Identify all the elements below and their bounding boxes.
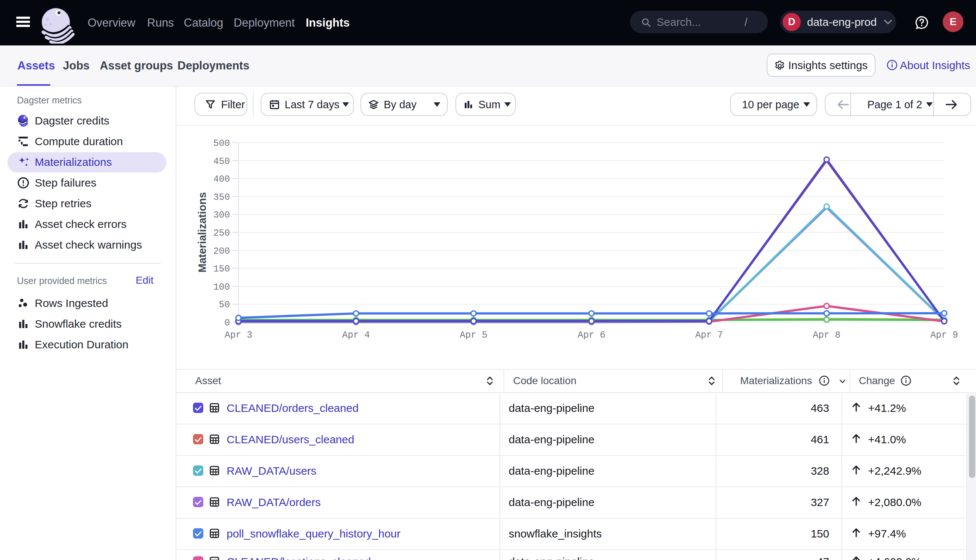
svg-text:100: 100 bbox=[213, 282, 230, 293]
svg-text:Apr 3: Apr 3 bbox=[224, 330, 252, 341]
svg-text:Apr 9: Apr 9 bbox=[930, 330, 958, 341]
svg-text:Apr 7: Apr 7 bbox=[695, 330, 723, 341]
svg-text:400: 400 bbox=[213, 174, 230, 185]
svg-text:350: 350 bbox=[213, 192, 230, 203]
svg-text:450: 450 bbox=[213, 156, 230, 167]
svg-text:300: 300 bbox=[213, 210, 230, 220]
svg-text:250: 250 bbox=[213, 228, 230, 238]
svg-text:150: 150 bbox=[213, 264, 230, 275]
svg-text:Apr 4: Apr 4 bbox=[342, 330, 370, 341]
svg-text:500: 500 bbox=[213, 138, 230, 149]
svg-text:200: 200 bbox=[213, 246, 230, 257]
svg-text:Apr 5: Apr 5 bbox=[460, 330, 487, 341]
svg-text:Apr 6: Apr 6 bbox=[577, 330, 605, 341]
svg-text:Materializations: Materializations bbox=[196, 192, 208, 273]
svg-text:50: 50 bbox=[219, 300, 230, 310]
svg-text:Apr 8: Apr 8 bbox=[812, 330, 840, 341]
svg-text:0: 0 bbox=[224, 318, 230, 328]
